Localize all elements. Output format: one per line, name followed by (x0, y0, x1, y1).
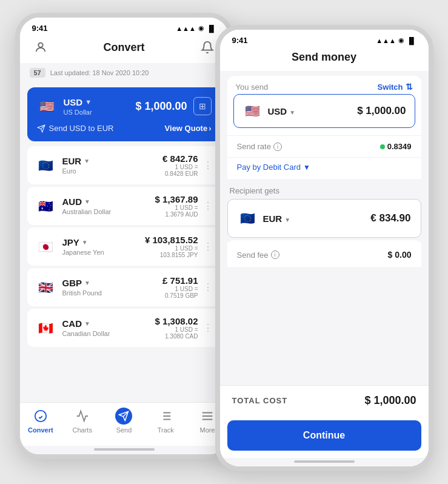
aud-flag: 🇦🇺 (36, 196, 56, 217)
total-cost-value: $ 1,000.00 (364, 394, 416, 407)
page-title-convert: Convert (103, 41, 144, 54)
gbp-more-icon[interactable]: ⋮ (203, 281, 213, 293)
send-flag: 🇺🇸 (242, 101, 263, 121)
gbp-flag: 🇬🇧 (36, 277, 56, 298)
currency-list: 🇪🇺 EUR ▼ Euro € 842.76 1 USD =0.8428 EUR… (20, 144, 229, 402)
update-badge: 57 (30, 68, 45, 78)
svg-point-0 (38, 43, 42, 47)
charts-nav-icon (74, 408, 91, 425)
wifi-icon-2: ◉ (398, 36, 404, 44)
aud-code[interactable]: AUD ▼ (62, 197, 112, 207)
main-currency-code[interactable]: USD ▼ (64, 97, 92, 107)
list-item[interactable]: 🇬🇧 GBP ▼ British Pound £ 751.91 1 USD =0… (27, 268, 221, 306)
send-fee-label: Send fee i (237, 250, 279, 260)
send-nav-icon (115, 408, 132, 425)
status-time-2: 9:41 (232, 36, 248, 45)
cad-rate: 1 USD =1.3080 CAD (155, 326, 198, 340)
status-bar-2: 9:41 ▲▲▲ ◉ ▐▌ (220, 30, 429, 49)
svg-point-3 (35, 411, 46, 422)
eur-code[interactable]: EUR ▼ (62, 156, 90, 166)
cad-name: Canadian Dollar (62, 330, 110, 337)
green-dot (380, 144, 385, 149)
calculator-icon[interactable]: ⊞ (193, 97, 212, 115)
gbp-rate: 1 USD =0.7519 GBP (162, 286, 198, 299)
aud-more-icon[interactable]: ⋮ (203, 200, 213, 212)
recipient-gets-label: Recipient gets (227, 184, 421, 199)
send-rate-value: 0.8349 (380, 142, 412, 151)
main-currency-card: 🇺🇸 USD ▼ US Dollar $ 1,000.00 ⊞ (27, 87, 221, 141)
fee-info-icon[interactable]: i (271, 250, 279, 259)
phone-convert: 9:41 ▲▲▲ ◉ ▐▌ Convert 57 Las (15, 13, 233, 459)
send-amount: $ 1,000.00 (357, 105, 406, 117)
switch-icon: ⇅ (406, 82, 413, 92)
you-send-container: You send Switch ⇅ 🇺🇸 USD ▼ $ 1,000.00 (227, 76, 421, 179)
gbp-name: British Pound (62, 289, 102, 297)
signal-icon-2: ▲▲▲ (376, 37, 396, 44)
cad-more-icon[interactable]: ⋮ (203, 322, 213, 334)
recipient-section: Recipient gets 🇪🇺 EUR ▼ € 834.90 (220, 179, 429, 238)
eur-more-icon[interactable]: ⋮ (203, 160, 213, 171)
send-label: Send USD to EUR (37, 124, 114, 133)
view-quote-button[interactable]: View Quote › (165, 124, 212, 133)
profile-icon[interactable] (32, 39, 49, 56)
status-icons-2: ▲▲▲ ◉ ▐▌ (376, 36, 416, 44)
gbp-code[interactable]: GBP ▼ (62, 278, 102, 288)
main-dropdown-arrow: ▼ (85, 98, 92, 106)
spacer (220, 267, 429, 385)
send-currency-selector[interactable]: 🇺🇸 USD ▼ $ 1,000.00 (233, 94, 415, 128)
wifi-icon: ◉ (198, 24, 204, 32)
total-cost-label: TOTAL COST (232, 396, 288, 405)
nav-label-send: Send (116, 426, 132, 434)
status-time-1: 9:41 (32, 24, 48, 33)
nav-label-convert: Convert (28, 426, 53, 434)
recipient-amount: € 834.90 (370, 212, 410, 224)
main-currency-amount: $ 1,000.00 (135, 100, 187, 113)
send-fee-value: $ 0.00 (388, 250, 412, 260)
switch-button[interactable]: Switch ⇅ (378, 82, 413, 92)
list-item[interactable]: 🇪🇺 EUR ▼ Euro € 842.76 1 USD =0.8428 EUR… (27, 146, 221, 184)
send-currency-wrapper: 🇺🇸 USD ▼ $ 1,000.00 (227, 94, 421, 135)
list-item[interactable]: 🇯🇵 JPY ▼ Japanese Yen ¥ 103,815.52 1 USD… (27, 227, 221, 266)
nav-label-charts: Charts (72, 426, 92, 434)
bell-icon[interactable] (199, 39, 216, 56)
nav-item-convert[interactable]: Convert (22, 408, 59, 434)
nav-item-send[interactable]: Send (105, 408, 142, 434)
eur-flag: 🇪🇺 (36, 155, 56, 176)
jpy-more-icon[interactable]: ⋮ (203, 241, 213, 252)
chevron-down-icon: ▼ (303, 163, 310, 172)
recipient-code: EUR ▼ (263, 213, 291, 224)
phone-send-money: 9:41 ▲▲▲ ◉ ▐▌ Send money You send Switch… (215, 25, 433, 471)
list-item[interactable]: 🇦🇺 AUD ▼ Australian Dollar $ 1,367.89 1 … (27, 187, 221, 225)
home-indicator-1 (94, 448, 155, 451)
main-flag: 🇺🇸 (37, 96, 58, 116)
pay-by-row[interactable]: Pay by Debit Card ▼ (227, 158, 421, 179)
continue-button[interactable]: Continue (227, 420, 421, 451)
convert-nav-icon (32, 408, 49, 425)
continue-container: Continue (220, 415, 429, 458)
jpy-amount: ¥ 103,815.52 (145, 235, 198, 245)
nav-item-track[interactable]: Track (147, 408, 184, 434)
jpy-flag: 🇯🇵 (36, 237, 56, 257)
list-item[interactable]: 🇨🇦 CAD ▼ Canadian Dollar $ 1,308.02 1 US… (27, 309, 221, 347)
jpy-code[interactable]: JPY ▼ (62, 237, 104, 247)
eur-amount: € 842.76 (162, 153, 198, 164)
nav-item-charts[interactable]: Charts (64, 408, 101, 434)
send-rate-label: Send rate i (237, 142, 282, 151)
convert-header: Convert (20, 36, 229, 63)
send-rate-row: Send rate i 0.8349 (227, 136, 421, 157)
update-text: Last updated: 18 Nov 2020 10:20 (50, 69, 149, 76)
cad-code[interactable]: CAD ▼ (62, 318, 110, 329)
recipient-currency-selector[interactable]: 🇪🇺 EUR ▼ € 834.90 (227, 199, 421, 238)
more-nav-icon (199, 408, 216, 425)
nav-label-track: Track (158, 426, 174, 434)
signal-icon: ▲▲▲ (176, 25, 196, 32)
nav-label-more: More (200, 426, 215, 434)
battery-icon-2: ▐▌ (407, 37, 416, 44)
track-nav-icon (157, 408, 174, 425)
send-rate-info-icon[interactable]: i (273, 143, 282, 151)
home-indicator-2 (294, 460, 355, 463)
cad-flag: 🇨🇦 (36, 318, 56, 338)
jpy-rate: 1 USD =103.8155 JPY (145, 245, 198, 258)
fee-container: Send fee i $ 0.00 (227, 240, 421, 267)
bottom-nav: Convert Charts Send (20, 402, 229, 446)
